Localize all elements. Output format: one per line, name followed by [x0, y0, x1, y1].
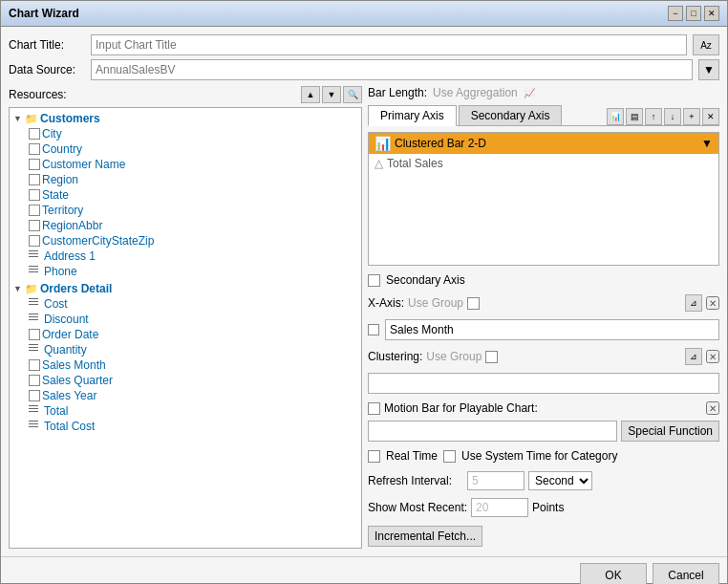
clustering-field-input[interactable] [368, 373, 719, 394]
sales-quarter-row[interactable]: Sales Quarter [27, 373, 359, 388]
maximize-button[interactable]: □ [686, 6, 701, 21]
refresh-interval-input[interactable] [467, 471, 525, 490]
sales-month-row[interactable]: Sales Month [27, 357, 359, 373]
sales-month-checkbox[interactable] [29, 359, 40, 371]
order-date-row[interactable]: Order Date [27, 327, 359, 342]
cancel-button[interactable]: Cancel [653, 563, 719, 584]
x-axis-close-button[interactable]: ✕ [706, 296, 719, 310]
customercitystatezip-row[interactable]: CustomerCityStateZip [27, 233, 359, 249]
country-checkbox[interactable] [29, 143, 40, 155]
chart-title-input[interactable] [91, 34, 687, 55]
x-axis-field-input[interactable] [385, 319, 719, 340]
sales-year-row[interactable]: Sales Year [27, 388, 359, 403]
city-row[interactable]: City [27, 126, 359, 141]
regionabbr-row[interactable]: RegionAbbr [27, 218, 359, 233]
orders-detail-label: Orders Detail [40, 282, 112, 295]
x-axis-filter-button[interactable]: ⊿ [685, 294, 702, 312]
data-source-dropdown[interactable]: ▼ [698, 59, 719, 80]
territory-checkbox[interactable] [29, 205, 40, 216]
points-label: Points [532, 501, 564, 514]
state-row[interactable]: State [27, 187, 359, 203]
up-icon-button[interactable]: ↑ [645, 108, 662, 125]
left-panel: Resources: ▲ ▼ 🔍 ▼ 📁 Customers [9, 86, 362, 549]
az-button[interactable]: Az [693, 34, 719, 55]
x-axis-use-group-checkbox[interactable] [467, 297, 480, 310]
customercitystatezip-label: CustomerCityStateZip [42, 234, 154, 248]
bar-length-label: Bar Length: [368, 86, 427, 99]
clustering-use-group-checkbox[interactable] [485, 351, 498, 363]
special-function-button[interactable]: Special Function [621, 421, 719, 442]
clustered-bar-row[interactable]: 📊 Clustered Bar 2-D ▼ [369, 133, 718, 154]
incremental-fetch-container: Incremental Fetch... [368, 524, 719, 549]
total-cost-row[interactable]: Total Cost [27, 419, 359, 434]
cost-row[interactable]: Cost [27, 296, 359, 312]
address1-row[interactable]: Address 1 [27, 249, 359, 264]
show-most-recent-input[interactable] [471, 498, 528, 517]
region-label: Region [42, 173, 78, 186]
phone-row[interactable]: Phone [27, 264, 359, 279]
folder-icon: 📁 [25, 283, 38, 295]
order-date-checkbox[interactable] [29, 329, 40, 340]
close-icon-button[interactable]: ✕ [702, 108, 719, 125]
customer-name-row[interactable]: Customer Name [27, 157, 359, 172]
sort-up-button[interactable]: ▲ [301, 86, 320, 103]
territory-row[interactable]: Territory [27, 203, 359, 218]
search-button[interactable]: 🔍 [343, 86, 362, 103]
incremental-fetch-button[interactable]: Incremental Fetch... [368, 526, 482, 547]
axis-tabs: Primary Axis Secondary Axis [368, 105, 564, 125]
regionabbr-checkbox[interactable] [29, 220, 40, 231]
refresh-unit-select[interactable]: Second [528, 471, 592, 490]
orders-detail-group-row[interactable]: ▼ 📁 Orders Detail [11, 281, 359, 296]
sales-month-checkbox-right[interactable] [368, 324, 379, 335]
sort-down-button[interactable]: ▼ [322, 86, 341, 103]
chart-title-row: Chart Title: Az [9, 34, 719, 55]
customer-name-checkbox[interactable] [29, 159, 40, 170]
motion-bar-row: Motion Bar for Playable Chart: ✕ [368, 401, 719, 415]
motion-bar-close-button[interactable]: ✕ [706, 401, 719, 415]
city-checkbox[interactable] [29, 128, 40, 140]
chart-icon-button[interactable]: 📊 [607, 108, 624, 125]
total-row[interactable]: Total [27, 403, 359, 419]
down-icon-button[interactable]: ↓ [664, 108, 681, 125]
show-most-recent-row: Show Most Recent: Points [368, 497, 719, 518]
menu-icon [29, 250, 40, 262]
close-button[interactable]: ✕ [704, 6, 719, 21]
motion-bar-checkbox[interactable] [368, 402, 380, 415]
primary-axis-tab[interactable]: Primary Axis [368, 105, 457, 126]
clustering-use-group: Use Group [426, 350, 482, 363]
ok-button[interactable]: OK [580, 563, 647, 584]
x-axis-use-group: Use Group [408, 296, 463, 310]
customers-group-row[interactable]: ▼ 📁 Customers [11, 111, 359, 126]
clustering-field-row [368, 371, 719, 396]
x-axis-container: X-Axis: Use Group ⊿ ✕ [368, 294, 719, 312]
address1-label: Address 1 [44, 249, 96, 263]
discount-row[interactable]: Discount [27, 312, 359, 327]
region-checkbox[interactable] [29, 174, 40, 185]
sales-quarter-checkbox[interactable] [29, 375, 40, 386]
use-system-time-checkbox[interactable] [443, 450, 456, 463]
quantity-row[interactable]: Quantity [27, 342, 359, 357]
refresh-interval-row: Refresh Interval: Second [368, 470, 719, 491]
total-sales-row[interactable]: △ Total Sales [369, 154, 718, 173]
customers-group: ▼ 📁 Customers City Country [11, 110, 359, 280]
bar-length-row: Bar Length: Use Aggregation 📈 [368, 86, 719, 99]
total-cost-label: Total Cost [44, 420, 95, 433]
secondary-axis-tab[interactable]: Secondary Axis [459, 105, 563, 125]
state-checkbox[interactable] [29, 189, 40, 201]
table-icon-button[interactable]: ▤ [626, 108, 643, 125]
plus-icon-button[interactable]: + [683, 108, 700, 125]
show-most-recent-label: Show Most Recent: [368, 501, 467, 514]
territory-label: Territory [42, 204, 83, 217]
sales-year-checkbox[interactable] [29, 390, 40, 401]
region-row[interactable]: Region [27, 172, 359, 187]
customercitystatezip-checkbox[interactable] [29, 235, 40, 247]
secondary-axis-checkbox[interactable] [368, 274, 380, 287]
real-time-checkbox[interactable] [368, 450, 380, 463]
clustering-filter-button[interactable]: ⊿ [685, 348, 702, 365]
bar-length-value: Use Aggregation [433, 86, 518, 99]
minimize-button[interactable]: − [668, 6, 683, 21]
data-source-input[interactable] [91, 59, 693, 80]
clustering-close-button[interactable]: ✕ [706, 350, 719, 363]
special-function-input[interactable] [368, 421, 617, 442]
country-row[interactable]: Country [27, 141, 359, 157]
